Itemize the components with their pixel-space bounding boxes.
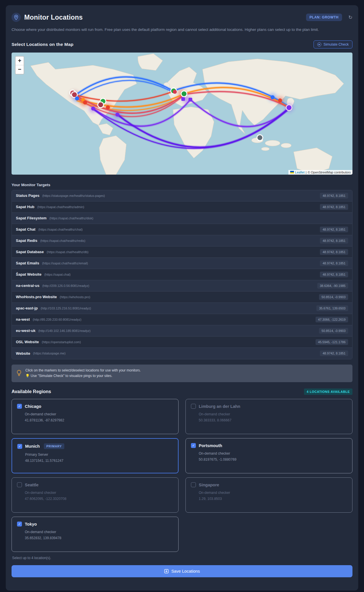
osm-attribution[interactable]: © OpenStreetMap contributors [308, 171, 351, 174]
target-coords-badge: 48.9742, 8.1851 [320, 193, 348, 199]
target-row[interactable]: Sapat Hub(https://sapat.chat/healthz/adm… [12, 201, 352, 213]
simulate-check-button[interactable]: ▶ Simulate Check [314, 40, 352, 48]
region-coords: 50.8197675, -1.0880769 [199, 457, 347, 462]
target-url: (https://sapat.chat/healthz/redis) [40, 239, 85, 242]
target-coords-badge: 48.9742, 8.1851 [320, 238, 348, 244]
region-checkbox[interactable]: ✓ [191, 443, 196, 448]
region-card-seattle[interactable]: SeattleOn-demand checker47.6062095, -122… [12, 477, 179, 513]
select-hint: Select up to 4 location(s). [12, 556, 352, 560]
map-marker-dot[interactable] [278, 98, 282, 102]
map-marker-dot[interactable] [91, 107, 95, 111]
lightbulb-icon [16, 369, 22, 377]
target-row[interactable]: Sapat Emails(https://sapat.chat/healthz/… [12, 258, 352, 269]
target-coords-badge: 48.9742, 8.1851 [320, 249, 348, 255]
target-name: WhoHosts.pro Website [16, 295, 57, 299]
target-row[interactable]: Sapat Filesystem(https://sapat.chat/heal… [12, 213, 352, 224]
map-marker-dot[interactable] [271, 95, 275, 99]
map-marker-square[interactable] [189, 98, 192, 101]
world-map[interactable]: + − Leaflet | © OpenStreetMap contributo… [12, 53, 352, 175]
target-row[interactable]: apac-east-jp(http://103.125.216.51:8081/… [12, 303, 352, 314]
region-card-munich[interactable]: ✓MunichPRIMARYPrimary Server48.1371541, … [12, 438, 179, 473]
region-name: Singapore [199, 483, 219, 487]
target-row[interactable]: na-central-us(http://209.126.0.56:8081/r… [12, 280, 352, 292]
target-name: Sapat Emails [16, 261, 39, 265]
map-marker-dot[interactable] [115, 113, 119, 117]
target-row[interactable]: Sapat Redis(https://sapat.chat/healthz/r… [12, 235, 352, 246]
target-row[interactable]: Šapat Website(https://sapat.chat)48.9742… [12, 269, 352, 280]
region-desc: On-demand checker [25, 412, 173, 416]
target-row[interactable]: WhoHosts.pro Website(https://whohosts.pr… [12, 292, 352, 303]
map-marker[interactable] [182, 91, 187, 96]
region-name: Tokyo [25, 522, 37, 526]
map-attribution: Leaflet | © OpenStreetMap contributors [288, 170, 352, 175]
target-url: (https://statuspage.me/healthz/status-pa… [42, 194, 105, 197]
target-name: Sapat Database [16, 250, 44, 254]
zoom-in-button[interactable]: + [16, 57, 24, 65]
primary-badge: PRIMARY [44, 443, 65, 449]
target-url: (http://209.126.0.56:8081/readyz) [42, 284, 89, 287]
target-name: Sapat Hub [16, 205, 34, 209]
play-icon: ▶ [317, 42, 321, 46]
target-row[interactable]: Sapat Database(https://sapat.chat/health… [12, 246, 352, 258]
target-name: Sapat Chat [16, 227, 35, 231]
save-locations-button[interactable]: Save Locations [12, 565, 352, 577]
zoom-out-button[interactable]: − [16, 65, 24, 74]
tip-box: Click on the markers to select/deselect … [12, 365, 352, 382]
region-checkbox[interactable]: ✓ [17, 404, 22, 409]
map-marker[interactable] [258, 135, 262, 140]
map-marker-dot[interactable] [75, 96, 79, 100]
region-coords: 48.1371541, 11.5761247 [25, 459, 173, 463]
map-marker-dot[interactable] [173, 90, 177, 94]
region-coords: 35.652832, 139.839478 [25, 536, 173, 540]
target-row[interactable]: Website(https://statuspage.me)48.9742, 8… [12, 348, 352, 359]
target-row[interactable]: Status Pages(https://statuspage.me/healt… [12, 190, 352, 201]
page-title: Monitor Locations [24, 14, 303, 21]
target-url: (https://sapat.chat/healthz/db) [47, 250, 89, 254]
region-checkbox[interactable] [191, 482, 196, 487]
map-marker-square[interactable] [181, 97, 185, 101]
header: Monitor Locations PLAN: GROWTH ↻ [12, 13, 352, 22]
region-checkbox[interactable]: ✓ [17, 522, 22, 526]
region-card-tokyo[interactable]: ✓TokyoOn-demand checker35.652832, 139.83… [12, 517, 179, 552]
region-card-chicago[interactable]: ✓ChicagoOn-demand checker41.8781136, -87… [12, 399, 179, 434]
region-desc: On-demand checker [199, 451, 347, 455]
target-name: Sapat Filesystem [16, 216, 46, 220]
refresh-icon[interactable]: ↻ [348, 14, 352, 20]
target-url: (https://sapat.chat/healthz/disk) [49, 216, 93, 220]
map-marker[interactable] [72, 92, 77, 97]
region-name: Limburg an der Lahn [199, 404, 240, 409]
region-name: Portsmouth [199, 443, 222, 448]
target-coords-badge: 48.9742, 8.1851 [320, 227, 348, 232]
target-coords-badge: 50.8514, -0.9903 [319, 294, 348, 300]
map-section-title: Select Locations on the Map [12, 42, 74, 47]
target-row[interactable]: eu-west-uk(http://149.102.146.185:8081/r… [12, 325, 352, 337]
target-row[interactable]: Sapat Chat(https://sapat.chat/healthz/ch… [12, 224, 352, 235]
region-checkbox[interactable]: ✓ [17, 444, 22, 449]
target-row[interactable]: na-west(http://85.239.233.60:8081/readyz… [12, 314, 352, 325]
target-url: (https://statuspage.me) [33, 352, 66, 355]
target-row[interactable]: OSL Website(https://openstartuplist.com)… [12, 337, 352, 348]
target-coords-badge: 35.6761, 139.6503 [316, 305, 348, 311]
map-marker-dot[interactable] [83, 100, 87, 104]
region-checkbox[interactable] [17, 482, 22, 487]
leaflet-link[interactable]: Leaflet [295, 171, 305, 174]
region-checkbox[interactable] [191, 404, 196, 409]
target-coords-badge: 48.9742, 8.1851 [320, 272, 348, 277]
target-name: na-west [16, 317, 30, 322]
region-card-singapore[interactable]: SingaporeOn-demand checker1.29, 103.8503 [185, 477, 352, 513]
region-card-portsmouth[interactable]: ✓PortsmouthOn-demand checker50.8197675, … [185, 438, 352, 473]
map-marker[interactable] [287, 105, 292, 110]
save-icon [164, 569, 169, 574]
target-url: (https://sapat.chat) [44, 273, 71, 276]
map-marker-dot[interactable] [106, 105, 110, 109]
region-desc: On-demand checker [199, 491, 347, 495]
target-name: Sapat Redis [16, 238, 37, 243]
region-coords: 41.8781136, -87.6297982 [25, 418, 173, 422]
target-name: eu-west-uk [16, 328, 35, 333]
map-marker[interactable] [98, 102, 103, 107]
target-coords-badge: 50.8514, -0.9903 [319, 328, 348, 334]
target-name: OSL Website [16, 340, 39, 344]
monitor-locations-panel: Monitor Locations PLAN: GROWTH ↻ Choose … [6, 5, 358, 591]
region-card-limburg-an-der-lahn[interactable]: Limburg an der LahnOn-demand checker50.3… [185, 399, 352, 434]
region-desc: On-demand checker [25, 530, 173, 534]
